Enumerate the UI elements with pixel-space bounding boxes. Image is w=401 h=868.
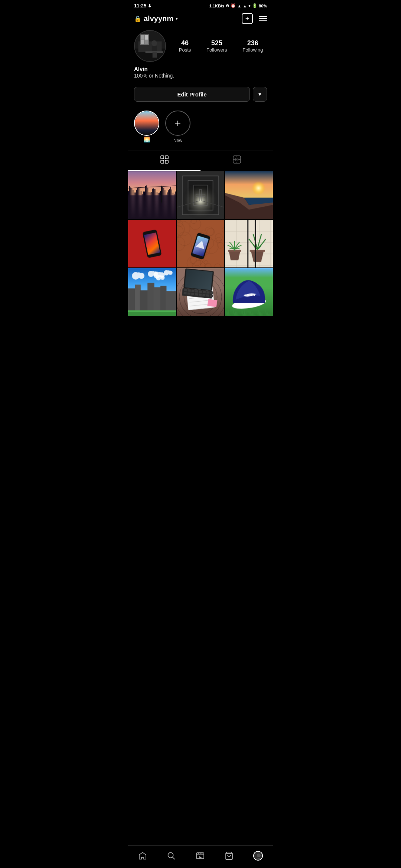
- grid-item[interactable]: [177, 220, 225, 268]
- tab-tagged[interactable]: [200, 151, 273, 171]
- header: 🔒 alvyynm ▾ +: [128, 10, 273, 29]
- svg-rect-13: [165, 156, 168, 159]
- following-label: Following: [242, 47, 263, 53]
- tagged-icon: [233, 155, 241, 166]
- svg-point-8: [151, 40, 157, 46]
- svg-point-28: [201, 853, 202, 854]
- photo-grid: [128, 171, 273, 316]
- reels-icon: [196, 851, 205, 860]
- wifi-icon: ▾: [248, 3, 251, 8]
- battery-icon: 🔋: [252, 3, 257, 8]
- grid-item[interactable]: [128, 268, 176, 316]
- plus-icon: +: [175, 118, 181, 128]
- story-circle[interactable]: [134, 111, 159, 136]
- svg-rect-15: [165, 160, 168, 163]
- time: 11:25: [134, 3, 146, 9]
- followers-stat[interactable]: 525 Followers: [206, 39, 227, 53]
- svg-rect-14: [161, 160, 164, 163]
- svg-point-32: [257, 854, 261, 857]
- tab-bar: [128, 151, 273, 171]
- nav-search[interactable]: [162, 850, 180, 862]
- profile-dropdown-button[interactable]: ▾: [253, 87, 267, 102]
- bottom-nav: [128, 845, 273, 868]
- download-icon: ⬇: [148, 3, 151, 9]
- tab-grid[interactable]: [128, 151, 200, 171]
- svg-rect-6: [141, 40, 144, 44]
- svg-marker-29: [199, 856, 202, 859]
- following-stat[interactable]: 236 Following: [242, 39, 263, 53]
- chevron-down-icon: ▾: [258, 91, 261, 98]
- svg-point-18: [236, 159, 237, 160]
- no-disturb-icon: ⊖: [226, 3, 229, 8]
- svg-line-24: [173, 857, 175, 859]
- svg-rect-12: [161, 156, 164, 159]
- shop-icon: [225, 851, 234, 860]
- add-story-button[interactable]: +: [165, 111, 190, 136]
- grid-item[interactable]: [225, 268, 273, 316]
- plus-icon: +: [245, 15, 250, 23]
- grid-item[interactable]: [225, 220, 273, 268]
- profile-top: 46 Posts 525 Followers 236 Following: [134, 30, 267, 62]
- grid-icon: [160, 155, 169, 166]
- story-item[interactable]: 🌅: [134, 111, 159, 143]
- new-story-item[interactable]: + New: [165, 111, 190, 143]
- edit-profile-button[interactable]: Edit Profile: [134, 87, 250, 102]
- svg-point-27: [199, 853, 200, 854]
- signal-icon: ▲: [237, 4, 241, 8]
- grid-item[interactable]: [128, 171, 176, 219]
- following-count: 236: [247, 39, 258, 47]
- followers-count: 525: [211, 39, 222, 47]
- nav-home[interactable]: [134, 850, 151, 862]
- status-bar: 11:25 ⬇ 1.1KB/s ⊖ ⏰ ▲ ▲ ▾ 🔋 86%: [128, 0, 273, 10]
- new-story-label: New: [173, 138, 182, 143]
- network-speed: 1.1KB/s: [209, 4, 224, 8]
- posts-stat[interactable]: 46 Posts: [179, 39, 191, 53]
- profile-thumb: [253, 851, 263, 861]
- lock-icon: 🔒: [134, 15, 141, 22]
- nav-shop[interactable]: [220, 850, 238, 862]
- username: alvyynm: [144, 14, 173, 23]
- header-icons: +: [242, 13, 267, 24]
- nav-profile[interactable]: [249, 849, 267, 862]
- signal2-icon: ▲: [243, 4, 247, 8]
- menu-line: [259, 16, 267, 17]
- profile-section: 46 Posts 525 Followers 236 Following Alv…: [128, 29, 273, 83]
- profile-name: Alvin: [134, 66, 267, 72]
- posts-label: Posts: [179, 47, 191, 53]
- grid-item[interactable]: [225, 171, 273, 219]
- svg-rect-11: [153, 52, 157, 57]
- status-left: 11:25 ⬇: [134, 3, 151, 9]
- svg-point-26: [198, 853, 199, 854]
- menu-line: [259, 18, 267, 19]
- grid-item[interactable]: [177, 268, 225, 316]
- home-icon: [138, 851, 147, 860]
- grid-item[interactable]: [128, 220, 176, 268]
- story-label: 🌅: [144, 137, 150, 142]
- posts-count: 46: [181, 39, 189, 47]
- add-post-button[interactable]: +: [242, 13, 253, 24]
- search-icon: [167, 851, 176, 860]
- grid-item[interactable]: [177, 171, 225, 219]
- battery-level: 86%: [259, 4, 267, 8]
- edit-section: Edit Profile ▾: [128, 83, 273, 108]
- status-right: 1.1KB/s ⊖ ⏰ ▲ ▲ ▾ 🔋 86%: [209, 3, 267, 8]
- svg-rect-5: [145, 35, 149, 39]
- menu-button[interactable]: [259, 16, 267, 21]
- svg-rect-4: [141, 35, 144, 39]
- nav-reels[interactable]: [191, 850, 209, 862]
- chevron-down-icon: ▾: [176, 16, 178, 21]
- avatar[interactable]: [134, 30, 166, 62]
- svg-rect-7: [145, 40, 149, 44]
- avatar-image: [135, 31, 165, 61]
- username-area[interactable]: 🔒 alvyynm ▾: [134, 14, 178, 23]
- profile-bio: 100% or Nothing.: [134, 73, 267, 79]
- menu-line: [259, 20, 267, 21]
- alarm-icon: ⏰: [231, 3, 236, 8]
- stories-section: 🌅 + New: [128, 108, 273, 151]
- followers-label: Followers: [206, 47, 227, 53]
- stats-row: 46 Posts 525 Followers 236 Following: [175, 39, 267, 53]
